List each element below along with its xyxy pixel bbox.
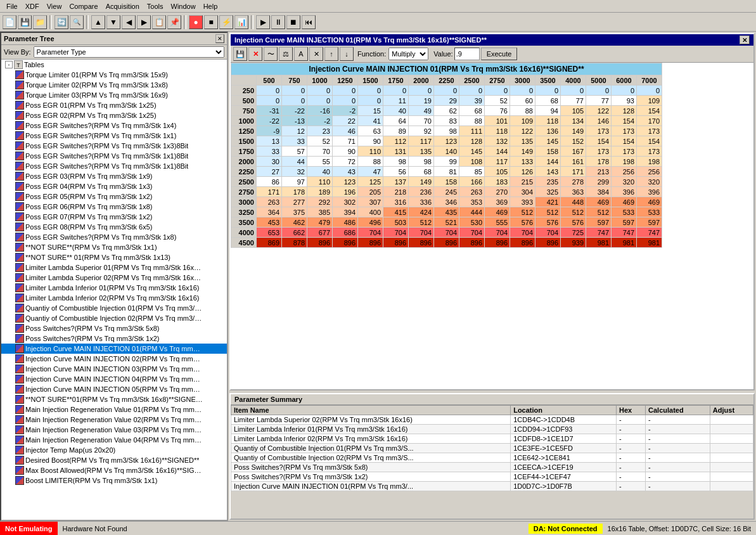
tree-group-tables[interactable]: - T Tables	[1, 60, 227, 70]
table-cell[interactable]: 88	[459, 116, 485, 126]
new-btn[interactable]: 📄	[3, 15, 16, 29]
table-cell[interactable]: 686	[333, 228, 358, 238]
table-cell[interactable]: 149	[510, 146, 535, 157]
table-cell[interactable]: 896	[535, 238, 561, 248]
table-cell[interactable]: 63	[358, 126, 383, 136]
right-btn[interactable]: ▶	[137, 15, 151, 29]
table-cell[interactable]: 662	[282, 228, 307, 238]
table-cell[interactable]: 981	[612, 238, 637, 248]
copy-btn[interactable]: 📋	[152, 15, 166, 29]
tree-item[interactable]: Torque Limiter 02(RPM Vs Trq mm3/Stk 13x…	[1, 80, 227, 90]
menu-xdf[interactable]: XDF	[22, 1, 43, 11]
table-cell[interactable]: 125	[358, 177, 383, 187]
table-cell[interactable]: 270	[485, 187, 510, 197]
table-cell[interactable]: 146	[586, 116, 612, 126]
table-cell[interactable]: 173	[586, 126, 612, 136]
param-row[interactable]: Poss Switches?(RPM Vs Trq mm3/Stk 1x2)1C…	[231, 472, 753, 482]
table-cell[interactable]: 27	[257, 167, 282, 177]
table-cell[interactable]: 384	[586, 187, 612, 197]
table-cell[interactable]: 86	[257, 177, 282, 187]
tree-item[interactable]: Limiter Lambda Inferior 01(RPM Vs Trq mm…	[1, 283, 227, 293]
table-cell[interactable]: 503	[383, 217, 409, 228]
table-cell[interactable]: 144	[535, 157, 561, 167]
table-cell[interactable]: 173	[637, 146, 662, 157]
table-cell[interactable]: 123	[434, 136, 459, 146]
table-cell[interactable]: 0	[358, 96, 383, 106]
table-cell[interactable]: 0	[434, 86, 459, 96]
table-cell[interactable]: 555	[485, 217, 510, 228]
stop2-btn[interactable]: ⏹	[286, 15, 300, 29]
param-row[interactable]: Limiter Lambda Inferior 01(RPM Vs Trq mm…	[231, 425, 753, 434]
table-cell[interactable]: 747	[586, 228, 612, 238]
value-input[interactable]	[454, 48, 480, 60]
tree-item[interactable]: Poss EGR Switches?(RPM Vs Trq mm3/Stk 1x…	[1, 151, 227, 161]
table-cell[interactable]: 13	[257, 136, 282, 146]
inj-wave-btn[interactable]: 〜	[264, 47, 278, 61]
table-cell[interactable]: 512	[586, 207, 612, 217]
fn-select[interactable]: Multiply Add Subtract Divide	[388, 48, 428, 60]
table-cell[interactable]: 896	[409, 238, 434, 248]
tree-item[interactable]: Poss EGR 05(RPM Vs Trq mm3/Stk 1x2)	[1, 191, 227, 202]
table-cell[interactable]: 0	[307, 86, 333, 96]
table-cell[interactable]: 512	[409, 217, 434, 228]
table-cell[interactable]: 149	[561, 126, 586, 136]
inj-btn5[interactable]: A	[294, 47, 308, 61]
panel-close-btn[interactable]: ✕	[215, 34, 224, 43]
table-cell[interactable]: 12	[282, 126, 307, 136]
inj-save-btn[interactable]: 💾	[233, 47, 247, 61]
table-cell[interactable]: -13	[282, 116, 307, 126]
table-cell[interactable]: 98	[434, 126, 459, 136]
table-cell[interactable]: 869	[257, 238, 282, 248]
tree-item[interactable]: Main Injection Regeneration Value 01(RPM…	[1, 404, 227, 415]
tree-item[interactable]: **NOT SURE**(RPM Vs Trq mm3/Stk 1x1)	[1, 242, 227, 252]
table-cell[interactable]: 363	[561, 187, 586, 197]
table-cell[interactable]: 235	[535, 177, 561, 187]
table-cell[interactable]: 0	[333, 86, 358, 96]
table-cell[interactable]: 597	[637, 217, 662, 228]
table-cell[interactable]: 109	[510, 116, 535, 126]
table-cell[interactable]: 469	[485, 207, 510, 217]
table-cell[interactable]: -16	[307, 106, 333, 116]
tree-item[interactable]: Limiter Lambda Inferior 02(RPM Vs Trq mm…	[1, 293, 227, 303]
table-cell[interactable]: 521	[434, 217, 459, 228]
table-cell[interactable]: 597	[586, 217, 612, 228]
table-cell[interactable]: 33	[282, 136, 307, 146]
table-cell[interactable]: 256	[612, 167, 637, 177]
table-cell[interactable]: 369	[485, 197, 510, 207]
table-cell[interactable]: 158	[434, 177, 459, 187]
table-cell[interactable]: 597	[612, 217, 637, 228]
table-cell[interactable]: 144	[485, 146, 510, 157]
table-cell[interactable]: 77	[561, 96, 586, 106]
table-cell[interactable]: 30	[257, 157, 282, 167]
chart-btn[interactable]: 📊	[234, 15, 248, 29]
table-cell[interactable]: 64	[383, 116, 409, 126]
table-cell[interactable]: 316	[383, 197, 409, 207]
param-row[interactable]: Limiter Lambda Inferior 02(RPM Vs Trq mm…	[231, 434, 753, 444]
table-cell[interactable]: 747	[612, 228, 637, 238]
table-cell[interactable]: 173	[612, 126, 637, 136]
table-cell[interactable]: 448	[561, 197, 586, 207]
table-cell[interactable]: 57	[282, 146, 307, 157]
table-cell[interactable]: 336	[409, 197, 434, 207]
tree-item[interactable]: Limiter Lambda Superior 01(RPM Vs Trq mm…	[1, 262, 227, 273]
table-cell[interactable]: 533	[612, 207, 637, 217]
table-cell[interactable]: 245	[434, 187, 459, 197]
table-cell[interactable]: 166	[459, 177, 485, 187]
table-cell[interactable]: 92	[409, 126, 434, 136]
table-cell[interactable]: 72	[333, 157, 358, 167]
inj-scale-btn[interactable]: ⚖	[279, 47, 293, 61]
tree-item[interactable]: Torque Limiter 03(RPM Vs Trq mm3/Stk 16x…	[1, 90, 227, 100]
table-cell[interactable]: 154	[612, 116, 637, 126]
table-cell[interactable]: 109	[637, 96, 662, 106]
tree-item[interactable]: **NOT SURE** 01(RPM Vs Trq mm3/Stk 1x13)	[1, 252, 227, 262]
table-cell[interactable]: 161	[561, 157, 586, 167]
table-cell[interactable]: 98	[383, 157, 409, 167]
tree-item[interactable]: Desired Boost(RPM Vs Trq mm3/Stk 16x16)*…	[1, 455, 227, 465]
tree-item[interactable]: Poss EGR Switches?(RPM Vs Trq mm3/Stk 1x…	[1, 120, 227, 131]
table-cell[interactable]: 29	[434, 96, 459, 106]
table-cell[interactable]: 353	[459, 197, 485, 207]
table-cell[interactable]: 126	[510, 167, 535, 177]
table-cell[interactable]: 421	[535, 197, 561, 207]
table-cell[interactable]: 896	[383, 238, 409, 248]
table-cell[interactable]: 117	[485, 157, 510, 167]
